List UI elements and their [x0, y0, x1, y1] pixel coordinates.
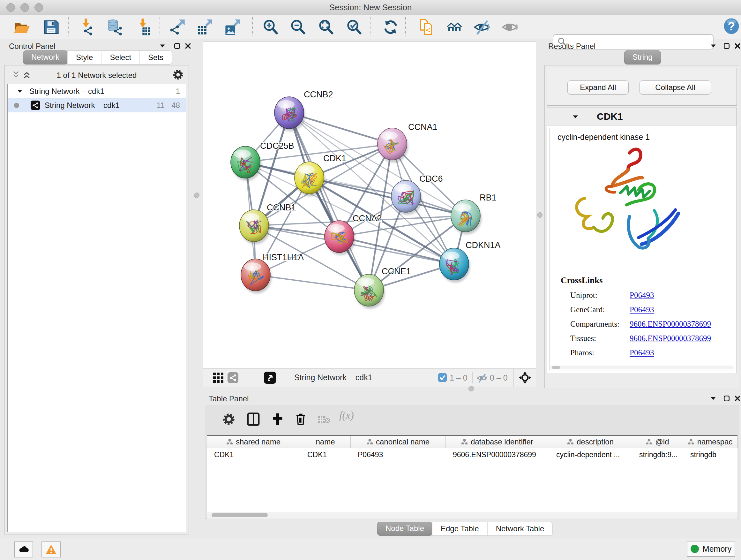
table-cell[interactable]: cyclin-dependent ... [549, 448, 632, 461]
node-CCNA2[interactable] [325, 221, 354, 253]
table-cell[interactable]: CDK1 [300, 448, 351, 461]
selected-checkbox-icon[interactable] [438, 373, 447, 382]
tab-select[interactable]: Select [101, 51, 139, 64]
network-collection-row[interactable]: String Network – cdk1 1 [8, 84, 186, 98]
collapse-all-button[interactable]: Collapse All [639, 80, 711, 95]
tab-edge-table[interactable]: Edge Table [432, 522, 487, 536]
tab-sets[interactable]: Sets [139, 51, 172, 64]
crosslink-link[interactable]: 9606.ENSP00000378699 [630, 320, 711, 328]
tab-style[interactable]: Style [67, 51, 101, 64]
node-CDC25B[interactable] [231, 146, 260, 178]
column-header-database-identifier[interactable]: database identifier [446, 436, 549, 448]
refresh-view-icon[interactable] [382, 18, 400, 36]
share-view-icon[interactable] [227, 372, 239, 383]
network-view-title: String Network – cdk1 [294, 373, 373, 382]
table-cell[interactable]: CDK1 [207, 448, 300, 461]
node-CCNB2[interactable] [274, 97, 304, 129]
cloud-icon [18, 544, 29, 555]
table-settings-gear-icon[interactable] [222, 413, 235, 426]
column-header-description[interactable]: description [549, 436, 632, 448]
scrollbar-thumb[interactable] [552, 366, 560, 369]
node-RB1[interactable] [451, 200, 480, 232]
table-cell[interactable]: P06493 [351, 448, 446, 461]
column-header-shared-name[interactable]: shared name [207, 436, 300, 448]
panel-float-icon[interactable] [174, 43, 181, 50]
export-image-icon[interactable] [224, 18, 242, 36]
node-CCNB1[interactable] [239, 210, 269, 242]
add-column-icon[interactable] [271, 412, 284, 426]
column-header-canonical-name[interactable]: canonical name [351, 436, 446, 448]
warning-button[interactable] [42, 542, 61, 557]
zoom-out-icon[interactable] [289, 18, 307, 36]
node-CCNA1[interactable] [378, 128, 407, 160]
zoom-fit-icon[interactable] [317, 18, 335, 36]
panel-close-icon[interactable] [734, 395, 741, 402]
hidden-eye-slash-icon[interactable] [476, 373, 487, 383]
zoom-in-icon[interactable] [262, 18, 280, 36]
show-all-icon[interactable] [501, 18, 519, 36]
table-cell[interactable]: stringdb:9... [632, 448, 683, 461]
node-CCNE1[interactable] [354, 274, 384, 306]
first-neighbors-icon[interactable] [446, 18, 463, 36]
delete-column-icon[interactable] [294, 412, 307, 426]
memory-button[interactable]: Memory [687, 541, 735, 557]
crosslink-link[interactable]: P06493 [630, 291, 654, 300]
cloud-button[interactable] [14, 542, 33, 557]
import-network-file-icon[interactable] [78, 18, 96, 36]
column-header-name[interactable]: name [300, 436, 351, 448]
zoom-selected-icon[interactable] [345, 18, 363, 36]
network-canvas[interactable]: CCNB2CCNA1CDC25BCDK1CDC6RB1CCNB1CCNA2CDK… [203, 42, 536, 369]
section-collapse-icon[interactable] [572, 113, 579, 120]
panel-close-icon[interactable] [185, 43, 192, 50]
panel-close-icon[interactable] [734, 43, 741, 50]
network-row-selected[interactable]: String Network – cdk1 11 48 [8, 98, 186, 112]
tab-network[interactable]: Network [23, 51, 68, 64]
import-network-database-icon[interactable] [105, 18, 123, 36]
table-cell[interactable]: stringdb [683, 448, 738, 461]
tab-node-table[interactable]: Node Table [377, 522, 432, 536]
results-hscrollbar[interactable] [550, 366, 733, 369]
node-CDK1[interactable] [294, 162, 324, 194]
crosslink-link[interactable]: 9606.ENSP00000378699 [630, 334, 711, 343]
export-network-icon[interactable] [169, 18, 186, 36]
birdseye-crosshair-icon[interactable] [519, 371, 531, 384]
panel-float-icon[interactable] [723, 43, 730, 50]
edge-CCNB2-CCNE1[interactable] [289, 113, 369, 290]
status-bar: Memory [0, 538, 741, 560]
detach-view-icon[interactable] [264, 372, 276, 384]
splitter-handle[interactable] [537, 212, 542, 218]
save-session-icon[interactable] [42, 18, 60, 36]
show-columns-icon[interactable] [247, 412, 260, 426]
column-header-namespac[interactable]: namespac [683, 436, 738, 448]
expand-all-button[interactable]: Expand All [567, 80, 629, 95]
splitter-handle[interactable] [468, 386, 474, 391]
panel-float-icon[interactable] [723, 395, 730, 402]
table-hscrollbar[interactable] [207, 512, 738, 518]
crosslink-link[interactable]: P06493 [630, 348, 654, 357]
node-CDC6[interactable] [391, 180, 421, 212]
splitter-handle[interactable] [194, 192, 199, 198]
tab-string[interactable]: String [624, 51, 661, 64]
tab-network-table[interactable]: Network Table [487, 522, 553, 536]
help-icon[interactable]: ? [723, 17, 740, 35]
hide-selected-icon[interactable] [473, 18, 491, 36]
node-CDKN1A[interactable] [440, 248, 469, 280]
open-session-icon[interactable] [13, 18, 30, 36]
edge-HIST1H1A-CCNE1[interactable] [256, 275, 369, 290]
export-table-icon[interactable] [196, 18, 214, 36]
panel-menu-icon[interactable] [710, 43, 717, 50]
import-table-icon[interactable] [134, 18, 152, 36]
grid-view-icon[interactable] [213, 372, 224, 383]
gene-section-header[interactable]: CDK1 [547, 108, 737, 125]
table-row[interactable]: CDK1CDK1P064939606.ENSP00000378699cyclin… [207, 448, 738, 461]
node-HIST1H1A[interactable] [241, 259, 270, 291]
panel-menu-icon[interactable] [159, 43, 166, 50]
copy-network-icon[interactable] [417, 18, 435, 36]
network-options-gear-icon[interactable] [173, 69, 184, 80]
crosslink-link[interactable]: P06493 [630, 305, 654, 314]
table-cell[interactable]: 9606.ENSP00000378699 [446, 448, 549, 461]
column-header--id[interactable]: @id [632, 436, 683, 448]
panel-menu-icon[interactable] [710, 395, 717, 402]
scrollbar-thumb[interactable] [212, 513, 268, 517]
collection-expand-icon[interactable] [17, 88, 23, 95]
